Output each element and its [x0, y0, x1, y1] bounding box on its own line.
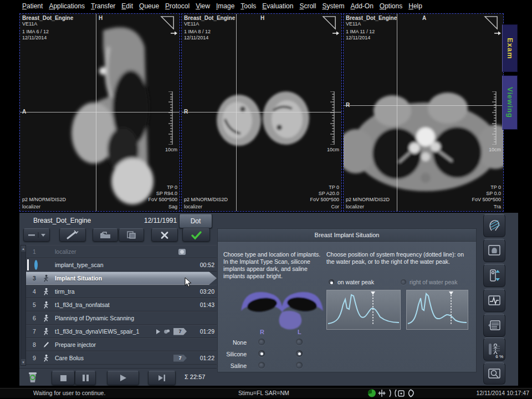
injector-button[interactable] — [59, 228, 86, 242]
breast-implant-dialog: Breast Implant Situation Choose type and… — [217, 228, 477, 372]
crosshair-horizontal — [20, 112, 180, 112]
radio-none-right[interactable] — [258, 339, 265, 345]
dot-button[interactable]: Dot — [179, 214, 212, 228]
menu-tools[interactable]: Tools — [241, 2, 256, 10]
menu-evaluation[interactable]: Evaluation — [262, 2, 293, 10]
mri-image-coronal — [182, 14, 341, 211]
viewport-sagittal[interactable]: Breast_Dot_Engine VE11A 1 IMA 6 / 12 12/… — [19, 13, 180, 212]
sar-meter-button[interactable]: 6 % — [483, 337, 505, 361]
step-row-planning-dynamic[interactable]: 6 Planning of Dynamic Scanning — [26, 311, 217, 325]
pan-arrow-icon[interactable] — [332, 30, 340, 36]
person-icon — [43, 354, 49, 362]
slice-position: SP 0.0 — [486, 191, 501, 197]
head-slices-icon — [487, 218, 502, 233]
menu-addon[interactable]: Add-On — [350, 2, 373, 10]
mouse-cursor — [185, 277, 192, 288]
open-protocol-button[interactable] — [93, 228, 118, 242]
measurements-badge: 7 — [173, 328, 187, 335]
step-row-care-bolus[interactable]: 9 Care Bolus 7 01:22 — [26, 351, 217, 365]
step-row-localizer[interactable]: 1 localizer — [26, 245, 217, 258]
confirm-step-button[interactable] — [182, 228, 210, 242]
steps-scrollbar[interactable]: ▲ ▼ — [21, 245, 26, 366]
step-row-dynaviews[interactable]: 7 t1_fl3d_tra_dynaVIEWS_spair_1 7 01:29 — [26, 325, 217, 338]
radio-silicone-right[interactable] — [258, 350, 265, 357]
menu-protocol[interactable]: Protocol — [165, 2, 190, 10]
step-number: 3 — [26, 275, 43, 282]
radio-none-left[interactable] — [296, 339, 303, 345]
scroll-up-icon[interactable]: ▲ — [21, 245, 25, 252]
radio-right-of-water-peak[interactable] — [401, 279, 406, 285]
menu-applications[interactable]: Applications — [49, 2, 85, 10]
pause-button[interactable] — [75, 371, 96, 385]
image-inspect-button[interactable] — [483, 362, 505, 385]
menu-scroll[interactable]: Scroll — [299, 2, 316, 10]
field-of-view: FoV 500*500 — [310, 197, 339, 203]
recycle-bin-icon[interactable] — [26, 371, 39, 384]
tab-exam[interactable]: Exam — [502, 24, 518, 72]
viewport-transverse[interactable]: Breast_Dot_Engine VE11A 1 IMA 11 / 12 12… — [343, 13, 504, 212]
protocol-step-list: 1 localizer implant_type_scan 00:52 3 Im… — [26, 245, 217, 365]
play-step-icon — [156, 329, 161, 335]
menu-system[interactable]: System — [322, 2, 344, 10]
skip-button[interactable] — [148, 371, 176, 385]
step-name: t1_fl3d_tra_nonfatsat — [55, 301, 189, 308]
protocol-card-button[interactable] — [483, 314, 505, 337]
menu-options[interactable]: Options — [380, 2, 402, 10]
menu-transfer[interactable]: Transfer — [91, 2, 115, 10]
step-name: implant_type_scan — [55, 262, 189, 268]
image-display-button[interactable] — [483, 239, 505, 262]
cancel-step-button[interactable] — [151, 228, 178, 242]
system-datetime: 12/11/2014 10:17:47 — [476, 390, 529, 396]
menu-queue[interactable]: Queue — [139, 2, 159, 10]
radio-on-water-peak[interactable] — [329, 279, 334, 285]
radio-saline-left[interactable] — [296, 362, 303, 369]
pan-arrow-icon[interactable] — [494, 30, 502, 36]
contrast-params: p2 M/NORM/DIS2D — [346, 197, 390, 203]
crosshair-vertical — [236, 14, 237, 211]
scroll-down-icon[interactable]: ▼ — [21, 359, 25, 365]
inline-display-button[interactable] — [483, 289, 505, 312]
syringe-icon — [65, 230, 80, 240]
patient-reposition-button[interactable] — [483, 264, 505, 287]
orientation-left: A — [22, 109, 26, 115]
play-button[interactable] — [107, 371, 139, 385]
radio-saline-right[interactable] — [258, 362, 265, 369]
image-corner-icon — [160, 16, 175, 30]
person-icon — [43, 301, 49, 309]
plane-label: Sag — [168, 204, 177, 210]
menu-view[interactable]: View — [196, 2, 210, 10]
copy-step-button[interactable] — [119, 228, 144, 242]
step-time: 03:20 — [189, 288, 217, 295]
menu-help[interactable]: Help — [408, 2, 422, 10]
step-name: Planning of Dynamic Scanning — [55, 315, 189, 321]
radio-silicone-left[interactable] — [296, 350, 303, 357]
column-right-label: R — [260, 329, 264, 335]
series-name: Breast_Dot_Engine — [346, 15, 397, 21]
stop-button[interactable] — [52, 371, 75, 385]
step-name: tirm_tra — [55, 288, 189, 295]
menu-patient[interactable]: Patient — [22, 2, 43, 10]
step-row-prepare-injector[interactable]: 8 Prepare injector — [26, 338, 217, 351]
copy-icon — [126, 231, 136, 239]
image-date: 12/11/2014 — [346, 35, 370, 41]
pan-arrow-icon[interactable] — [170, 30, 178, 36]
step-row-t1-nonfatsat[interactable]: 5 t1_fl3d_tra_nonfatsat 01:43 — [26, 298, 217, 311]
protocol-list-icon — [487, 318, 502, 332]
slice-position: SP R94.0 — [156, 191, 177, 197]
menu-image[interactable]: Image — [216, 2, 234, 10]
step-row-implant-type-scan[interactable]: implant_type_scan 00:52 — [26, 258, 217, 272]
measurement-split-button[interactable] — [23, 228, 50, 242]
status-icon-group — [367, 388, 418, 398]
orientation-top: H — [260, 15, 264, 21]
image-corner-icon — [484, 16, 498, 30]
viewport-coronal[interactable]: Breast_Dot_Engine VE11A 1 IMA 8 / 12 12/… — [181, 13, 342, 212]
tab-viewing[interactable]: Viewing — [502, 75, 518, 130]
pencil-icon — [43, 341, 49, 349]
slice-position-button[interactable] — [483, 214, 505, 237]
step-name: Care Bolus — [55, 355, 173, 361]
dialog-title: Breast Implant Situation — [218, 229, 476, 242]
spectrum-on-water-peak — [326, 290, 401, 330]
scanning-ring-icon — [34, 260, 38, 270]
crosshair-horizontal — [182, 112, 341, 112]
menu-edit[interactable]: Edit — [121, 2, 133, 10]
